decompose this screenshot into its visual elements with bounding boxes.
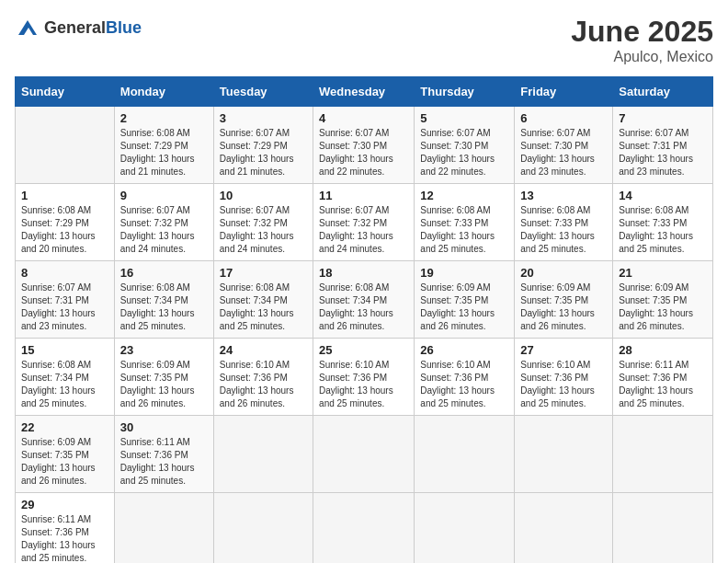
calendar-cell: 27Sunrise: 6:10 AMSunset: 7:36 PMDayligh… [515, 339, 613, 416]
logo: GeneralBlue [15, 15, 142, 40]
day-info: Sunrise: 6:10 AMSunset: 7:36 PMDaylight:… [220, 359, 307, 410]
day-info: Sunrise: 6:09 AMSunset: 7:35 PMDaylight:… [21, 436, 108, 488]
calendar-week-row: 22Sunrise: 6:09 AMSunset: 7:35 PMDayligh… [16, 416, 713, 493]
calendar-week-row: 29Sunrise: 6:11 AMSunset: 7:36 PMDayligh… [16, 493, 713, 564]
calendar-cell: 7Sunrise: 6:07 AMSunset: 7:31 PMDaylight… [613, 107, 713, 184]
day-info: Sunrise: 6:08 AMSunset: 7:33 PMDaylight:… [619, 204, 707, 256]
day-of-week-header: Wednesday [313, 77, 415, 107]
day-number: 25 [319, 343, 408, 357]
calendar-week-row: 15Sunrise: 6:08 AMSunset: 7:34 PMDayligh… [16, 339, 713, 416]
calendar-cell [313, 416, 415, 493]
day-of-week-header: Saturday [613, 77, 713, 107]
day-number: 4 [319, 111, 408, 125]
calendar-cell: 17Sunrise: 6:08 AMSunset: 7:34 PMDayligh… [213, 261, 313, 339]
day-info: Sunrise: 6:09 AMSunset: 7:35 PMDaylight:… [120, 359, 208, 410]
calendar-cell: 18Sunrise: 6:08 AMSunset: 7:34 PMDayligh… [313, 261, 415, 339]
calendar-cell: 5Sunrise: 6:07 AMSunset: 7:30 PMDaylight… [415, 107, 515, 184]
day-number: 1 [21, 189, 108, 202]
calendar-cell [515, 416, 613, 493]
day-number: 6 [520, 111, 607, 125]
calendar-cell: 25Sunrise: 6:10 AMSunset: 7:36 PMDayligh… [313, 339, 415, 416]
calendar-cell: 14Sunrise: 6:08 AMSunset: 7:33 PMDayligh… [613, 184, 713, 261]
day-number: 10 [220, 189, 307, 202]
day-info: Sunrise: 6:08 AMSunset: 7:33 PMDaylight:… [520, 204, 607, 256]
day-number: 30 [120, 420, 208, 434]
day-number: 24 [220, 343, 307, 357]
calendar-subtitle: Apulco, Mexico [571, 49, 713, 65]
calendar-cell: 8Sunrise: 6:07 AMSunset: 7:31 PMDaylight… [16, 261, 115, 339]
day-info: Sunrise: 6:07 AMSunset: 7:32 PMDaylight:… [319, 204, 408, 256]
days-of-week-row: SundayMondayTuesdayWednesdayThursdayFrid… [16, 77, 713, 107]
calendar-cell: 13Sunrise: 6:08 AMSunset: 7:33 PMDayligh… [515, 184, 613, 261]
calendar-cell: 22Sunrise: 6:09 AMSunset: 7:35 PMDayligh… [16, 416, 115, 493]
calendar-cell: 21Sunrise: 6:09 AMSunset: 7:35 PMDayligh… [613, 261, 713, 339]
calendar-header: SundayMondayTuesdayWednesdayThursdayFrid… [16, 77, 713, 107]
day-info: Sunrise: 6:09 AMSunset: 7:35 PMDaylight:… [619, 282, 707, 333]
logo-text-blue: Blue [106, 18, 142, 37]
calendar-cell [16, 107, 115, 184]
day-info: Sunrise: 6:08 AMSunset: 7:33 PMDaylight:… [420, 204, 508, 256]
day-info: Sunrise: 6:07 AMSunset: 7:32 PMDaylight:… [120, 204, 208, 256]
day-number: 29 [21, 498, 108, 511]
day-of-week-header: Sunday [16, 77, 115, 107]
day-number: 16 [120, 266, 208, 280]
calendar-cell: 12Sunrise: 6:08 AMSunset: 7:33 PMDayligh… [415, 184, 515, 261]
day-number: 7 [619, 111, 707, 125]
day-info: Sunrise: 6:08 AMSunset: 7:34 PMDaylight:… [21, 359, 108, 410]
calendar-cell: 3Sunrise: 6:07 AMSunset: 7:29 PMDaylight… [213, 107, 313, 184]
calendar-cell [415, 416, 515, 493]
day-of-week-header: Monday [114, 77, 213, 107]
calendar-cell [114, 493, 213, 564]
day-info: Sunrise: 6:09 AMSunset: 7:35 PMDaylight:… [520, 282, 607, 333]
day-info: Sunrise: 6:08 AMSunset: 7:29 PMDaylight:… [21, 204, 108, 256]
calendar-cell: 24Sunrise: 6:10 AMSunset: 7:36 PMDayligh… [213, 339, 313, 416]
calendar-week-row: 2Sunrise: 6:08 AMSunset: 7:29 PMDaylight… [16, 107, 713, 184]
day-info: Sunrise: 6:07 AMSunset: 7:31 PMDaylight:… [619, 127, 707, 178]
day-number: 21 [619, 266, 707, 280]
calendar-cell: 16Sunrise: 6:08 AMSunset: 7:34 PMDayligh… [114, 261, 213, 339]
calendar-cell: 2Sunrise: 6:08 AMSunset: 7:29 PMDaylight… [114, 107, 213, 184]
day-of-week-header: Friday [515, 77, 613, 107]
calendar-cell: 20Sunrise: 6:09 AMSunset: 7:35 PMDayligh… [515, 261, 613, 339]
day-number: 3 [220, 111, 307, 125]
day-number: 27 [520, 343, 607, 357]
day-number: 2 [120, 111, 208, 125]
day-info: Sunrise: 6:08 AMSunset: 7:34 PMDaylight:… [220, 282, 307, 333]
page-header: GeneralBlue June 2025 Apulco, Mexico [15, 15, 713, 65]
calendar-cell [613, 416, 713, 493]
calendar-cell: 28Sunrise: 6:11 AMSunset: 7:36 PMDayligh… [613, 339, 713, 416]
day-number: 8 [21, 266, 108, 280]
day-number: 23 [120, 343, 208, 357]
calendar-table: SundayMondayTuesdayWednesdayThursdayFrid… [15, 76, 713, 563]
day-info: Sunrise: 6:11 AMSunset: 7:36 PMDaylight:… [120, 436, 208, 488]
day-number: 26 [420, 343, 508, 357]
calendar-cell: 6Sunrise: 6:07 AMSunset: 7:30 PMDaylight… [515, 107, 613, 184]
calendar-cell: 1Sunrise: 6:08 AMSunset: 7:29 PMDaylight… [16, 184, 115, 261]
day-number: 15 [21, 343, 108, 357]
day-number: 9 [120, 189, 208, 202]
day-info: Sunrise: 6:10 AMSunset: 7:36 PMDaylight:… [420, 359, 508, 410]
day-info: Sunrise: 6:10 AMSunset: 7:36 PMDaylight:… [520, 359, 607, 410]
day-number: 20 [520, 266, 607, 280]
day-info: Sunrise: 6:07 AMSunset: 7:30 PMDaylight:… [420, 127, 508, 178]
day-number: 17 [220, 266, 307, 280]
day-info: Sunrise: 6:07 AMSunset: 7:32 PMDaylight:… [220, 204, 307, 256]
calendar-cell [613, 493, 713, 564]
day-number: 13 [520, 189, 607, 202]
day-info: Sunrise: 6:08 AMSunset: 7:34 PMDaylight:… [319, 282, 408, 333]
day-info: Sunrise: 6:10 AMSunset: 7:36 PMDaylight:… [319, 359, 408, 410]
calendar-cell: 29Sunrise: 6:11 AMSunset: 7:36 PMDayligh… [16, 493, 115, 564]
calendar-cell: 30Sunrise: 6:11 AMSunset: 7:36 PMDayligh… [114, 416, 213, 493]
logo-text-general: General [44, 18, 106, 37]
day-info: Sunrise: 6:07 AMSunset: 7:30 PMDaylight:… [319, 127, 408, 178]
day-info: Sunrise: 6:07 AMSunset: 7:30 PMDaylight:… [520, 127, 607, 178]
day-of-week-header: Thursday [415, 77, 515, 107]
day-info: Sunrise: 6:08 AMSunset: 7:29 PMDaylight:… [120, 127, 208, 178]
day-number: 22 [21, 420, 108, 434]
calendar-body: 2Sunrise: 6:08 AMSunset: 7:29 PMDaylight… [16, 107, 713, 564]
day-info: Sunrise: 6:11 AMSunset: 7:36 PMDaylight:… [21, 513, 108, 563]
day-info: Sunrise: 6:09 AMSunset: 7:35 PMDaylight:… [420, 282, 508, 333]
calendar-cell [515, 493, 613, 564]
title-block: June 2025 Apulco, Mexico [571, 15, 713, 65]
day-info: Sunrise: 6:08 AMSunset: 7:34 PMDaylight:… [120, 282, 208, 333]
